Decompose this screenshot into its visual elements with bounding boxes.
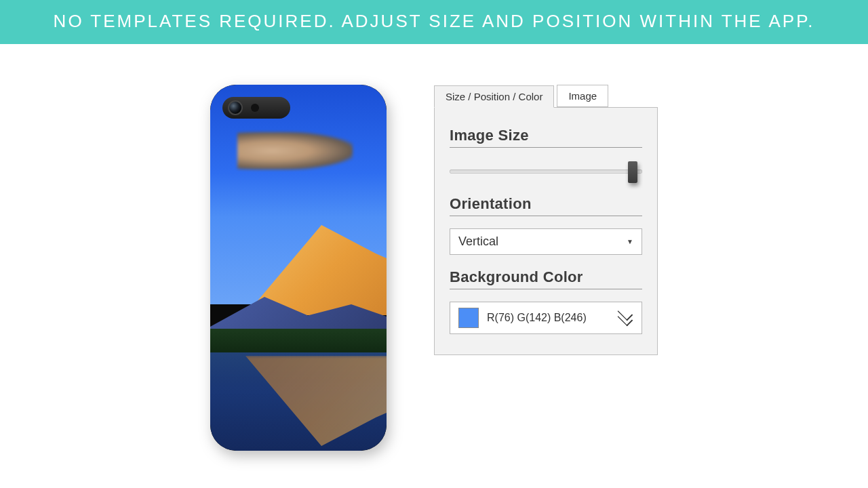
camera-flash-icon	[251, 104, 259, 112]
promo-banner-text: NO TEMPLATES REQUIRED. ADJUST SIZE AND P…	[54, 11, 815, 31]
artwork-cloud	[237, 132, 353, 169]
orientation-heading: Orientation	[450, 195, 642, 216]
color-value-text: R(76) G(142) B(246)	[487, 312, 608, 324]
orientation-select[interactable]: Vertical ▼	[450, 228, 642, 255]
slider-track	[450, 169, 642, 174]
case-artwork[interactable]	[210, 85, 387, 451]
image-size-slider[interactable]	[450, 161, 642, 182]
background-color-heading: Background Color	[450, 268, 642, 289]
main-area: Size / Position / Color Image Image Size…	[0, 44, 868, 464]
image-size-heading: Image Size	[450, 127, 642, 148]
chevron-down-icon: ▼	[627, 238, 633, 245]
double-chevron-down-icon	[616, 310, 633, 325]
tab-size-position-color[interactable]: Size / Position / Color	[434, 85, 554, 108]
tab-bar: Size / Position / Color Image	[434, 85, 658, 107]
artwork-treeline	[210, 329, 387, 356]
orientation-value: Vertical	[458, 235, 498, 249]
color-swatch	[458, 308, 479, 328]
promo-banner: NO TEMPLATES REQUIRED. ADJUST SIZE AND P…	[0, 0, 868, 44]
phone-case	[210, 85, 387, 451]
tab-label: Size / Position / Color	[446, 91, 542, 102]
slider-handle[interactable]	[628, 161, 637, 183]
settings-panel-area: Size / Position / Color Image Image Size…	[434, 85, 658, 355]
tab-image[interactable]: Image	[557, 85, 608, 107]
phone-camera-cutout	[222, 97, 290, 119]
settings-panel: Image Size Orientation Vertical ▼ Backgr…	[434, 107, 658, 355]
background-color-picker[interactable]: R(76) G(142) B(246)	[450, 302, 642, 334]
product-preview	[210, 85, 393, 464]
camera-lens-icon	[228, 100, 243, 115]
tab-label: Image	[568, 90, 597, 102]
